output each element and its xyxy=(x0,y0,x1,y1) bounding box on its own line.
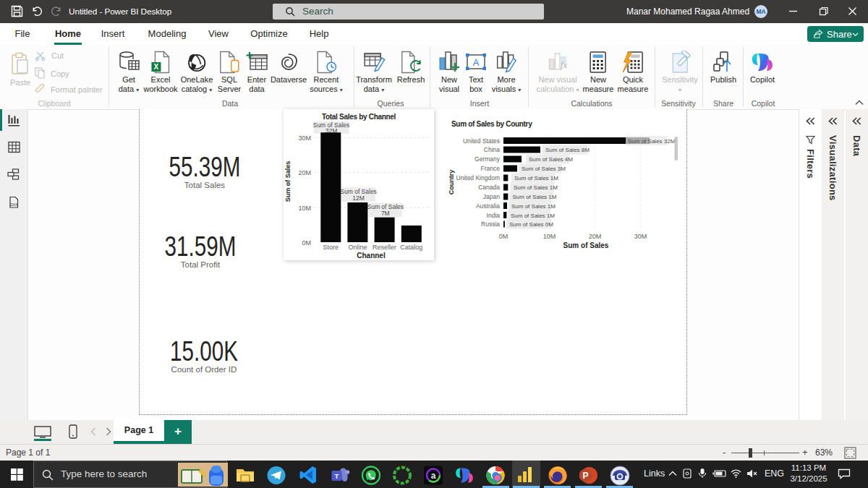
svg-text:Sum of Sales 32M: Sum of Sales 32M xyxy=(628,138,676,145)
svg-text:Japan: Japan xyxy=(483,193,500,200)
svg-text:Russia: Russia xyxy=(481,221,500,228)
svg-text:30M: 30M xyxy=(298,134,311,142)
svg-text:a: a xyxy=(431,471,436,481)
svg-text:0M: 0M xyxy=(499,233,509,240)
svg-text:Channel: Channel xyxy=(357,252,386,260)
svg-text:DAX: DAX xyxy=(10,202,18,207)
svg-text:Total Sales by Channel: Total Sales by Channel xyxy=(322,113,396,121)
svg-text:Germany: Germany xyxy=(475,155,501,163)
svg-text:Sum of Sales: Sum of Sales xyxy=(340,188,377,195)
svg-text:Sum of Sales by Country: Sum of Sales by Country xyxy=(451,120,532,128)
svg-text:30M: 30M xyxy=(634,233,647,240)
svg-text:Online: Online xyxy=(348,244,367,251)
svg-text:Sum of Sales 8M: Sum of Sales 8M xyxy=(545,147,590,153)
svg-text:0M: 0M xyxy=(302,239,311,247)
svg-text:Sum of Sales 1M: Sum of Sales 1M xyxy=(514,184,558,191)
svg-text:10M: 10M xyxy=(543,233,556,240)
svg-text:France: France xyxy=(481,165,501,172)
svg-text:Sum of Sales 4M: Sum of Sales 4M xyxy=(529,156,573,163)
svg-text:China: China xyxy=(484,146,500,153)
svg-text:Canada: Canada xyxy=(478,184,500,191)
svg-text:Reseller: Reseller xyxy=(373,244,396,251)
svg-text:T: T xyxy=(335,472,339,480)
svg-text:United Kingdom: United Kingdom xyxy=(456,174,500,181)
svg-text:12M: 12M xyxy=(352,194,365,202)
svg-text:India: India xyxy=(487,212,501,219)
svg-text:Sum of Sales 3M: Sum of Sales 3M xyxy=(522,166,566,172)
svg-text:Sum of Sales: Sum of Sales xyxy=(563,241,609,249)
svg-text:Sum of Sales: Sum of Sales xyxy=(367,203,404,210)
svg-text:Sum of Sales 1M: Sum of Sales 1M xyxy=(511,213,555,219)
svg-text:Sum of Sales 1M: Sum of Sales 1M xyxy=(514,175,558,181)
svg-text:Country: Country xyxy=(448,170,455,195)
svg-text:X: X xyxy=(153,63,158,71)
svg-text:Catalog: Catalog xyxy=(400,244,422,251)
svg-text:P: P xyxy=(582,471,588,481)
svg-text:A: A xyxy=(473,57,480,68)
svg-text:Australia: Australia xyxy=(476,202,500,210)
svg-text:Store: Store xyxy=(323,244,339,251)
svg-text:7M: 7M xyxy=(381,210,390,217)
svg-text:20M: 20M xyxy=(298,169,311,176)
svg-text:10M: 10M xyxy=(298,205,311,212)
svg-text:United States: United States xyxy=(463,137,500,145)
svg-text:Sum of Sales: Sum of Sales xyxy=(284,161,292,202)
svg-text:Sum of Sales 0M: Sum of Sales 0M xyxy=(509,221,553,228)
svg-text:fx: fx xyxy=(560,59,567,70)
svg-text:20M: 20M xyxy=(589,233,602,240)
svg-text:Sum of Sales 1M: Sum of Sales 1M xyxy=(513,194,557,200)
svg-text:Sum of Sales 1M: Sum of Sales 1M xyxy=(511,203,556,210)
